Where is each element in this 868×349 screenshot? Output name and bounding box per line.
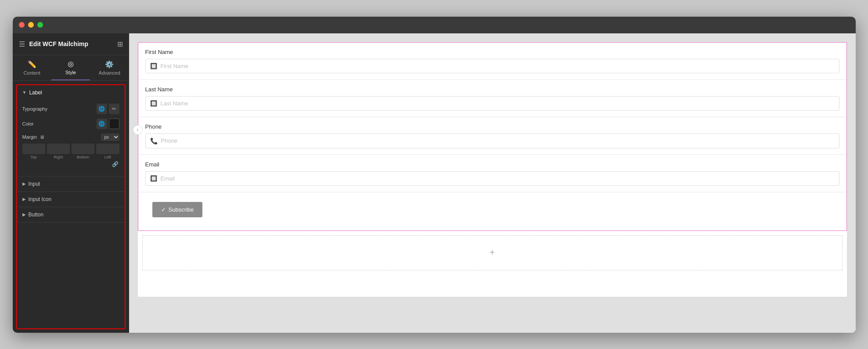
color-swatch[interactable] — [109, 119, 119, 129]
canvas-inner: ‹ First Name 🔲 First Name — [138, 42, 847, 297]
margin-right-label: Right — [54, 155, 63, 159]
hamburger-icon[interactable]: ☰ — [19, 40, 25, 48]
checkmark-icon: ✓ — [161, 206, 166, 213]
margin-bottom-label: Bottom — [77, 155, 90, 159]
section-input-title: Input — [29, 181, 40, 187]
close-button[interactable] — [19, 22, 25, 28]
section-input-icon-title: Input Icon — [29, 196, 52, 202]
email-icon: 🔲 — [150, 175, 157, 182]
sidebar: ☰ Edit WCF Mailchimp ⊞ ✏️ Content ◎ Styl… — [13, 33, 129, 333]
form-field-last-name: Last Name 🔲 Last Name — [138, 80, 846, 117]
subscribe-button[interactable]: ✓ Subscribe — [152, 202, 203, 217]
color-row: Color 🌐 — [22, 119, 119, 129]
sidebar-header-left: ☰ Edit WCF Mailchimp — [19, 40, 89, 48]
chevron-right-icon-2: ▶ — [22, 197, 26, 201]
sidebar-header: ☰ Edit WCF Mailchimp ⊞ — [13, 33, 129, 55]
first-name-input-wrap[interactable]: 🔲 First Name — [145, 59, 839, 73]
margin-left-label: Left — [104, 155, 111, 159]
window-content: ☰ Edit WCF Mailchimp ⊞ ✏️ Content ◎ Styl… — [13, 33, 856, 333]
tab-style[interactable]: ◎ Style — [51, 55, 90, 80]
subscribe-label: Subscribe — [169, 206, 194, 213]
margin-unit-select[interactable]: px em % — [101, 133, 119, 141]
advanced-tab-icon: ⚙️ — [105, 60, 114, 68]
section-label-header[interactable]: ▼ Label — [17, 85, 125, 100]
margin-right-input[interactable] — [47, 144, 70, 154]
tab-content-label: Content — [23, 70, 40, 76]
first-name-placeholder: First Name — [161, 63, 189, 69]
margin-label-left: Margin 🖥 — [22, 134, 45, 140]
color-label: Color — [22, 121, 34, 126]
phone-placeholder: Phone — [161, 137, 178, 144]
margin-left-wrap: Left — [96, 144, 119, 159]
submit-button-wrap: ✓ Subscribe — [138, 192, 846, 230]
tab-advanced[interactable]: ⚙️ Advanced — [90, 55, 129, 80]
margin-top-input[interactable] — [22, 144, 45, 154]
margin-row: Margin 🖥 px em % — [22, 133, 119, 167]
phone-icon: 📞 — [150, 137, 158, 144]
section-button-header[interactable]: ▶ Button — [17, 207, 125, 222]
grid-icon[interactable]: ⊞ — [117, 40, 123, 48]
last-name-placeholder: Last Name — [161, 100, 188, 107]
typography-edit-button[interactable]: ✏ — [109, 104, 119, 114]
margin-label-row: Margin 🖥 px em % — [22, 133, 119, 141]
tab-content[interactable]: ✏️ Content — [13, 55, 51, 80]
typography-row: Typography 🌐 ✏ — [22, 104, 119, 114]
phone-label: Phone — [145, 123, 839, 130]
first-name-icon: 🔲 — [150, 63, 157, 69]
section-label: ▼ Label Typography 🌐 ✏ — [17, 85, 125, 176]
style-panel: ▼ Label Typography 🌐 ✏ — [16, 84, 126, 329]
content-tab-icon: ✏️ — [28, 60, 36, 68]
typography-label: Typography — [22, 106, 47, 112]
form-field-first-name: First Name 🔲 First Name — [138, 43, 846, 80]
email-input-wrap[interactable]: 🔲 Email — [145, 171, 839, 186]
margin-top-wrap: Top — [22, 144, 45, 159]
section-button-title: Button — [29, 212, 44, 218]
section-input: ▶ Input — [17, 176, 125, 192]
last-name-label: Last Name — [145, 86, 839, 93]
titlebar — [13, 17, 856, 33]
sidebar-title: Edit WCF Mailchimp — [29, 40, 89, 47]
margin-bottom-input[interactable] — [72, 144, 94, 154]
style-tab-icon: ◎ — [68, 60, 74, 68]
email-placeholder: Email — [161, 175, 175, 182]
maximize-button[interactable] — [37, 22, 43, 28]
email-label: Email — [145, 161, 839, 168]
color-global-button[interactable]: 🌐 — [97, 119, 107, 129]
minimize-button[interactable] — [28, 22, 34, 28]
chevron-down-icon: ▼ — [22, 90, 27, 95]
section-input-icon-header[interactable]: ▶ Input Icon — [17, 192, 125, 207]
monitor-icon: 🖥 — [40, 134, 44, 140]
plus-icon: + — [490, 248, 495, 258]
chevron-right-icon: ▶ — [22, 181, 26, 186]
last-name-icon: 🔲 — [150, 100, 157, 107]
margin-link-button[interactable]: 🔗 — [111, 161, 119, 167]
section-label-content: Typography 🌐 ✏ Color 🌐 — [17, 100, 125, 176]
toggle-panel-button[interactable]: ‹ — [133, 125, 143, 135]
typography-global-button[interactable]: 🌐 — [97, 104, 107, 114]
form-field-phone: Phone 📞 Phone — [138, 117, 846, 155]
tab-style-label: Style — [65, 70, 76, 75]
section-input-header[interactable]: ▶ Input — [17, 176, 125, 191]
chevron-right-icon-3: ▶ — [22, 212, 26, 217]
section-label-title: Label — [29, 90, 42, 96]
tab-bar: ✏️ Content ◎ Style ⚙️ Advanced — [13, 55, 129, 81]
phone-input-wrap[interactable]: 📞 Phone — [145, 133, 839, 148]
canvas-area: ‹ First Name 🔲 First Name — [129, 33, 856, 333]
main-area: ‹ First Name 🔲 First Name — [129, 33, 856, 333]
last-name-input-wrap[interactable]: 🔲 Last Name — [145, 96, 839, 111]
tab-advanced-label: Advanced — [99, 70, 120, 76]
typography-controls: 🌐 ✏ — [97, 104, 119, 114]
margin-label: Margin — [22, 134, 37, 140]
margin-left-input[interactable] — [96, 144, 119, 154]
form-field-email: Email 🔲 Email — [138, 155, 846, 192]
app-window: ☰ Edit WCF Mailchimp ⊞ ✏️ Content ◎ Styl… — [13, 17, 856, 333]
color-controls: 🌐 — [97, 119, 119, 129]
margin-right-wrap: Right — [47, 144, 70, 159]
section-button: ▶ Button — [17, 207, 125, 223]
form-container: First Name 🔲 First Name Last Name 🔲 — [138, 42, 847, 231]
add-section-button[interactable]: + — [142, 235, 843, 270]
margin-bottom-wrap: Bottom — [72, 144, 94, 159]
margin-inputs: Top Right Bottom — [22, 144, 119, 159]
section-input-icon: ▶ Input Icon — [17, 192, 125, 207]
first-name-label: First Name — [145, 49, 839, 55]
